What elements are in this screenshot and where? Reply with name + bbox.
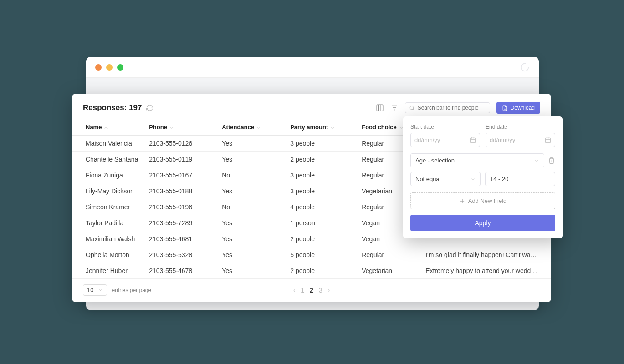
cell-name: Lily-May Dickson <box>72 183 149 199</box>
calendar-icon <box>470 137 476 143</box>
chevron-down-icon <box>470 177 476 182</box>
cell-attendance: Yes <box>222 231 290 247</box>
pager-page[interactable]: 2 <box>310 287 313 294</box>
col-phone[interactable]: Phone <box>149 119 222 136</box>
cell-phone: 2103-555-0196 <box>149 199 222 215</box>
cell-attendance: No <box>222 167 290 183</box>
search-box[interactable] <box>405 102 490 113</box>
response-count: 197 <box>129 103 142 112</box>
download-label: Download <box>511 105 535 111</box>
svg-rect-9 <box>471 138 476 143</box>
table-row[interactable]: Ophelia Morton2103-555-5328Yes5 peopleRe… <box>72 247 551 263</box>
cell-phone: 2103-555-4681 <box>149 231 222 247</box>
cell-food: Regular <box>362 247 425 263</box>
col-attendance[interactable]: Attendance <box>222 119 290 136</box>
cell-party: 3 people <box>290 183 362 199</box>
svg-point-6 <box>410 106 414 110</box>
toolbar: Download <box>376 102 540 114</box>
filter-value: 14 - 20 <box>490 176 508 182</box>
start-date-input[interactable]: dd/mm/yy <box>410 133 480 147</box>
cell-name: Maximilian Walsh <box>72 231 149 247</box>
cell-phone: 2103-555-0119 <box>149 152 222 167</box>
svg-line-7 <box>413 109 414 110</box>
end-date-input[interactable]: dd/mm/yy <box>486 133 555 147</box>
end-date-placeholder: dd/mm/yy <box>490 136 515 143</box>
browser-titlebar <box>86 57 539 78</box>
filter-value-input[interactable]: 14 - 20 <box>485 172 555 186</box>
svg-rect-0 <box>377 105 383 111</box>
panel-title: Responses: 197 <box>83 103 142 112</box>
cell-attendance: Yes <box>222 247 290 263</box>
cell-party: 2 people <box>290 263 362 279</box>
search-icon <box>409 105 415 111</box>
search-input[interactable] <box>418 105 486 111</box>
cell-name: Maison Valencia <box>72 136 149 152</box>
cell-phone: 2103-555-4678 <box>149 263 222 279</box>
cell-name: Fiona Zuniga <box>72 167 149 183</box>
filter-popup: Start date dd/mm/yy End date dd/mm/yy Ag… <box>403 116 563 238</box>
cell-party: 1 person <box>290 215 362 231</box>
apply-button[interactable]: Apply <box>410 215 555 231</box>
cell-food: Vegetarian <box>362 263 425 279</box>
cell-phone: 2103-555-5328 <box>149 247 222 263</box>
sort-icon <box>169 125 174 131</box>
close-window-button[interactable] <box>95 64 102 71</box>
cell-name: Jennifer Huber <box>72 263 149 279</box>
cell-attendance: Yes <box>222 152 290 167</box>
cell-name: Taylor Padilla <box>72 215 149 231</box>
end-date-label: End date <box>486 124 555 130</box>
filter-icon[interactable] <box>390 104 399 112</box>
cell-attendance: No <box>222 199 290 215</box>
cell-extras: Extremely happy to attend your wedding… <box>425 263 551 279</box>
pager-prev[interactable]: ‹ <box>293 287 296 294</box>
maximize-window-button[interactable] <box>117 64 123 71</box>
calendar-icon <box>545 137 551 143</box>
apply-label: Apply <box>475 219 491 227</box>
cell-party: 3 people <box>290 136 362 152</box>
entries-label: entries per page <box>112 287 151 293</box>
plus-icon <box>459 198 465 204</box>
cell-party: 3 people <box>290 167 362 183</box>
minimize-window-button[interactable] <box>106 64 113 71</box>
cell-party: 2 people <box>290 152 362 167</box>
sort-icon <box>330 125 335 131</box>
cell-attendance: Yes <box>222 136 290 152</box>
download-icon <box>502 105 508 111</box>
pager-next[interactable]: › <box>328 287 330 294</box>
table-row[interactable]: Jennifer Huber2103-555-4678Yes2 peopleVe… <box>72 263 551 279</box>
pager-page[interactable]: 3 <box>319 287 322 294</box>
start-date-label: Start date <box>410 124 480 130</box>
cell-phone: 2103-555-0188 <box>149 183 222 199</box>
entries-value: 10 <box>87 287 93 293</box>
cell-phone: 2103-555-0126 <box>149 136 222 152</box>
cell-attendance: Yes <box>222 183 290 199</box>
chevron-down-icon <box>98 288 103 293</box>
cell-extras: I'm so glad it finally happen! Can't wai… <box>425 247 551 263</box>
operator-value: Not equal <box>415 176 441 182</box>
cell-name: Simeon Kramer <box>72 199 149 215</box>
filter-operator-select[interactable]: Not equal <box>410 172 481 186</box>
start-date-placeholder: dd/mm/yy <box>414 136 440 143</box>
download-button[interactable]: Download <box>496 102 540 114</box>
add-new-field-button[interactable]: Add New Field <box>410 192 555 209</box>
table-footer: 10 entries per page ‹123› <box>72 279 551 296</box>
sort-asc-icon <box>103 125 109 131</box>
col-party[interactable]: Party amount <box>290 119 362 136</box>
cell-party: 5 people <box>290 247 362 263</box>
delete-filter-icon[interactable] <box>548 157 555 164</box>
cell-phone: 2103-555-0167 <box>149 167 222 183</box>
traffic-lights <box>95 64 123 71</box>
cell-phone: 2103-555-7289 <box>149 215 222 231</box>
columns-icon[interactable] <box>376 104 384 112</box>
chevron-down-icon <box>534 158 539 163</box>
cell-party: 4 people <box>290 199 362 215</box>
col-name[interactable]: Name <box>72 119 149 136</box>
svg-rect-13 <box>546 138 551 143</box>
refresh-icon[interactable] <box>146 104 153 111</box>
pager: ‹123› <box>293 287 330 294</box>
add-field-label: Add New Field <box>468 197 507 204</box>
title-prefix: Responses: <box>83 103 127 112</box>
entries-per-page-select[interactable]: 10 <box>83 284 107 296</box>
pager-page[interactable]: 1 <box>301 287 304 294</box>
filter-field-select[interactable]: Age - selection <box>410 153 544 167</box>
